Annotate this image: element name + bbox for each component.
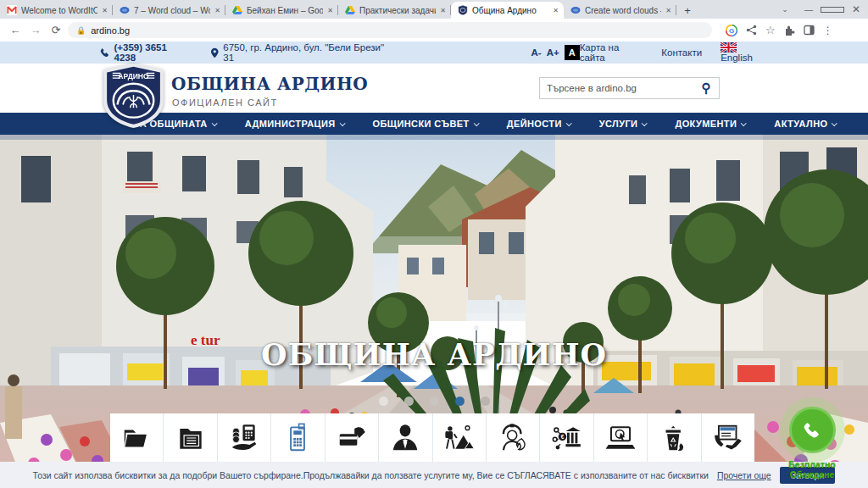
- quicklink-fire-safety[interactable]: [487, 413, 540, 462]
- tab-google-drive-2[interactable]: Практически задачи – Go ✕: [338, 2, 451, 19]
- slider-dots: [0, 396, 868, 406]
- google-profile-icon[interactable]: G: [726, 25, 737, 36]
- quicklink-officials[interactable]: [379, 413, 432, 462]
- quicklink-e-services[interactable]: [594, 413, 648, 462]
- search-icon[interactable]: ⚲: [693, 80, 719, 96]
- chevron-down-icon: [339, 120, 345, 126]
- waste-recycling-icon: [658, 422, 690, 454]
- worditout-icon: [120, 5, 130, 15]
- phone-number[interactable]: (+359) 3651 4238: [114, 42, 187, 63]
- documents-folder-icon: [175, 422, 207, 454]
- font-larger-button[interactable]: A+: [547, 47, 559, 58]
- sitemap-link[interactable]: Карта на сайта: [580, 42, 643, 63]
- address-bar[interactable]: 🔒 ardino.bg: [68, 22, 712, 38]
- window-controls: ⌄ — ✕: [773, 0, 868, 19]
- search-input[interactable]: [540, 83, 693, 93]
- forward-button[interactable]: →: [27, 24, 44, 36]
- quicklink-waste[interactable]: [648, 413, 701, 462]
- font-size-controls: A- A+ A: [531, 45, 579, 60]
- nav-services[interactable]: УСЛУГИ: [599, 119, 647, 129]
- tab-word-cloud[interactable]: 7 – Word cloud – WordItOut ✕: [113, 2, 225, 19]
- slider-dot-2[interactable]: [404, 396, 414, 406]
- tab-title: Практически задачи – Go: [359, 6, 436, 15]
- info-links: Карта на сайта Контакти English: [580, 42, 768, 63]
- nav-council[interactable]: ОБЩИНСКИ СЪВЕТ: [373, 119, 478, 129]
- logo-text: АРДИНО: [118, 72, 149, 80]
- slider-dot-4-active[interactable]: [455, 396, 465, 406]
- site-subtitle: ОФИЦИАЛЕН САЙТ: [172, 97, 278, 108]
- menu-dots-icon[interactable]: ⋮: [823, 25, 833, 36]
- nav-administration[interactable]: АДМИНИСТРАЦИЯ: [245, 119, 344, 129]
- pos-terminal-icon: [281, 422, 314, 454]
- official-person-icon: [389, 422, 421, 454]
- slider-dot-5[interactable]: [481, 396, 490, 406]
- lock-icon: 🔒: [76, 26, 86, 35]
- phone-handset-icon: [801, 419, 823, 441]
- tab-title: Община Ардино: [472, 6, 548, 15]
- high-contrast-button[interactable]: A: [565, 45, 580, 60]
- nav-news[interactable]: АКТУАЛНО: [774, 119, 836, 129]
- back-button[interactable]: ←: [7, 24, 24, 36]
- language-link[interactable]: English: [721, 42, 768, 63]
- card-payment-icon: [336, 422, 368, 454]
- side-panel-icon[interactable]: [804, 25, 815, 36]
- google-drive-icon: [345, 5, 355, 15]
- restore-button[interactable]: [821, 5, 844, 14]
- location-pin-icon: [210, 47, 220, 58]
- minimize-button[interactable]: —: [797, 5, 821, 14]
- slider-dot-1[interactable]: [379, 396, 388, 406]
- tab-close-icon[interactable]: ✕: [102, 7, 108, 14]
- tab-title: Welcome to WordItOut - plea: [21, 6, 97, 15]
- svg-text:€: €: [560, 433, 564, 439]
- quicklink-documents[interactable]: [164, 413, 217, 462]
- tab-create-word-clouds[interactable]: Create word clouds – Wordl ✕: [564, 2, 676, 19]
- language-label: English: [721, 53, 753, 63]
- tab-worditout-welcome[interactable]: Welcome to WordItOut - plea ✕: [0, 2, 113, 19]
- quicklink-card-payment[interactable]: [326, 413, 379, 462]
- tab-close-icon[interactable]: ✕: [214, 7, 220, 14]
- browser-tab-strip: Welcome to WordItOut - plea ✕ 7 – Word c…: [0, 0, 868, 19]
- quicklink-local-taxes[interactable]: [218, 413, 271, 462]
- nav-documents[interactable]: ДОКУМЕНТИ: [675, 119, 745, 129]
- quicklink-payment-terminal[interactable]: [271, 413, 325, 462]
- quicklink-open-folder[interactable]: [110, 413, 164, 462]
- uk-flag-icon: [721, 42, 737, 53]
- tab-close-icon[interactable]: ✕: [440, 7, 446, 14]
- cookie-text: Този сайт използва бисквитки за да подоб…: [33, 470, 709, 480]
- site-header: АРДИНО ОБЩИНА АРДИНО ОФИЦИАЛЕН САЙТ ⚲: [0, 64, 868, 113]
- search-box: ⚲: [539, 77, 720, 99]
- cookie-read-more-link[interactable]: Прочети още: [717, 470, 771, 480]
- new-tab-button[interactable]: +: [680, 3, 695, 18]
- tab-search-icon[interactable]: ⌄: [773, 5, 797, 14]
- open-folder-icon: [120, 422, 153, 454]
- tab-google-drive-1[interactable]: Бейхан Емин – Google Дис ✕: [225, 2, 338, 19]
- municipality-logo[interactable]: АРДИНО: [101, 63, 166, 129]
- contacts-link[interactable]: Контакти: [661, 47, 702, 58]
- site-title[interactable]: ОБЩИНА АРДИНО: [171, 74, 368, 94]
- quicklink-tourism[interactable]: [433, 413, 487, 462]
- quick-links-strip: €: [110, 413, 754, 462]
- share-icon[interactable]: [746, 25, 757, 36]
- chevron-down-icon: [473, 120, 479, 126]
- tab-close-icon[interactable]: ✕: [665, 7, 671, 14]
- tab-title: Create word clouds – Wordl: [585, 6, 661, 15]
- tab-close-icon[interactable]: ✕: [327, 7, 333, 14]
- municipality-address: 6750, гр. Ардино, бул. "Бели Брези" 31: [223, 42, 390, 63]
- chevron-down-icon: [211, 120, 217, 126]
- bookmark-star-icon[interactable]: ☆: [765, 24, 776, 36]
- quicklink-municipal-finance[interactable]: €: [540, 413, 593, 462]
- nav-activities[interactable]: ДЕЙНОСТИ: [507, 119, 570, 129]
- reload-button[interactable]: ⟳: [47, 24, 64, 36]
- font-smaller-button[interactable]: A-: [531, 47, 541, 58]
- municipal-finance-icon: €: [551, 422, 583, 454]
- tab-ardino-active[interactable]: Община Ардино ✕: [451, 2, 564, 19]
- tourism-hiker-icon: [443, 422, 476, 454]
- extensions-icon[interactable]: [784, 25, 795, 36]
- close-window-button[interactable]: ✕: [844, 3, 868, 15]
- quicklink-e-documents[interactable]: [702, 413, 754, 462]
- slider-dot-3[interactable]: [430, 396, 439, 406]
- tab-close-icon[interactable]: ✕: [553, 7, 559, 14]
- call-button[interactable]: [789, 407, 836, 453]
- call-label: Безплатно Обаждане: [765, 459, 859, 480]
- chevron-down-icon: [741, 120, 747, 126]
